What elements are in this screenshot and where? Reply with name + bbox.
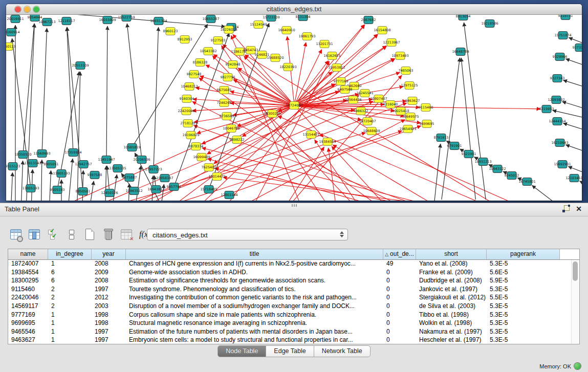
graph-node[interactable]: 9827750: [221, 74, 235, 81]
table-row[interactable]: 1872400712008Changes of HCN gene express…: [8, 259, 579, 268]
scrollbar-thumb[interactable]: [573, 261, 578, 281]
graph-node[interactable]: 12118117: [58, 17, 75, 25]
graph-node[interactable]: 12450126: [101, 189, 118, 197]
float-panel-icon[interactable]: [562, 205, 570, 212]
graph-node[interactable]: 8186328: [193, 59, 208, 67]
graph-node[interactable]: 10943512: [125, 187, 142, 195]
graph-node[interactable]: 9736585: [220, 113, 234, 120]
graph-node[interactable]: 10655287: [202, 15, 219, 23]
graph-node[interactable]: 13505135: [109, 165, 126, 172]
graph-node[interactable]: 13905193: [53, 170, 70, 178]
graph-node[interactable]: 7485063: [399, 67, 413, 75]
graph-node[interactable]: 9315123: [6, 163, 20, 170]
rows-icon[interactable]: [64, 227, 78, 242]
graph-node[interactable]: 12803144: [221, 191, 237, 199]
graph-node[interactable]: 20016911: [7, 15, 24, 23]
graph-node[interactable]: 20513109: [72, 62, 89, 70]
graph-node[interactable]: 9273146: [573, 44, 582, 52]
graph-node[interactable]: 10046780: [223, 125, 239, 133]
graph-node[interactable]: 12103451: [565, 174, 582, 182]
graph-node[interactable]: 19654923: [399, 125, 416, 133]
graph-node[interactable]: 19861793: [298, 33, 315, 40]
graph-node[interactable]: 19384554: [319, 138, 336, 146]
graph-node[interactable]: 15723109: [263, 15, 279, 21]
graph-node[interactable]: 9160304: [180, 95, 194, 103]
graph-node[interactable]: 16648784: [452, 48, 469, 56]
panel-resize-grip[interactable]: [292, 204, 297, 207]
graph-node[interactable]: 8878334: [189, 143, 204, 150]
table-row[interactable]: 1830029562008Estimation of significance …: [8, 276, 579, 285]
column-header-name[interactable]: name: [8, 249, 48, 259]
graph-node[interactable]: 12213967: [383, 39, 400, 47]
table-row[interactable]: 2242004622012Investigating the contribut…: [8, 293, 579, 302]
graph-node[interactable]: 15720407: [359, 118, 376, 125]
graph-node[interactable]: 16162615: [323, 52, 340, 60]
tab-network-table[interactable]: Network Table: [314, 345, 371, 357]
table-row[interactable]: 946554611997Estimation of the future num…: [8, 327, 579, 336]
graph-node[interactable]: 8675685: [217, 86, 232, 94]
graph-node[interactable]: 20206536: [133, 156, 150, 164]
graph-node[interactable]: 9329966: [553, 53, 568, 61]
graph-node[interactable]: 15522759: [118, 15, 135, 21]
network-graph-svg[interactable]: 2001691190549441096721312118117160338091…: [6, 15, 582, 201]
column-header-short[interactable]: short: [416, 249, 487, 259]
graph-node[interactable]: 9505193: [50, 186, 65, 194]
graph-node[interactable]: 8960123: [163, 28, 178, 35]
graph-node[interactable]: 19196829: [182, 132, 199, 139]
graph-node[interactable]: 16943812: [147, 186, 164, 193]
graph-node[interactable]: 8912953: [178, 36, 192, 43]
graph-node[interactable]: 10468213: [181, 83, 198, 91]
table-selector-dropdown[interactable]: citations_edges.txt: [147, 229, 348, 240]
graph-node[interactable]: 9160123: [6, 43, 15, 51]
graph-node[interactable]: 11451947: [98, 156, 115, 164]
network-window-titlebar[interactable]: citations_edges.txt: [6, 4, 582, 15]
graph-node[interactable]: 19958187: [156, 174, 173, 182]
graph-node[interactable]: 9242848: [226, 61, 241, 69]
graph-node[interactable]: 13913141: [24, 160, 41, 167]
table-row[interactable]: 946362711997Embryonic stem cells: a mode…: [8, 336, 579, 344]
graph-node[interactable]: 10688609: [363, 127, 380, 135]
table-row[interactable]: 911546021997Tourette syndrome. Phenomeno…: [8, 285, 579, 294]
table-vertical-scrollbar[interactable]: [571, 260, 579, 343]
column-header-year[interactable]: year: [92, 249, 126, 259]
graph-node[interactable]: 8905051: [44, 161, 59, 168]
graph-node[interactable]: 9227343: [550, 75, 565, 82]
graph-node[interactable]: 7246266: [217, 99, 232, 107]
graph-node[interactable]: 15692931: [554, 161, 571, 168]
graph-node[interactable]: 18220393: [279, 63, 296, 71]
graph-node[interactable]: 15751074: [554, 32, 571, 39]
graph-node[interactable]: 16640910: [278, 27, 295, 34]
graph-node[interactable]: 8215953: [539, 105, 554, 113]
table-row[interactable]: 969969511998Structural magnetic resonanc…: [8, 319, 579, 327]
graph-node[interactable]: 16154808: [374, 27, 390, 34]
tab-edge-table[interactable]: Edge Table: [266, 345, 314, 357]
graph-node[interactable]: 13201731: [316, 40, 333, 48]
table-row[interactable]: 1938455462009Genome-wide association stu…: [8, 268, 579, 277]
graph-node[interactable]: 9827548: [187, 71, 202, 78]
graph-node[interactable]: 12942757: [75, 161, 92, 168]
graph-node[interactable]: 10585819: [123, 144, 140, 151]
graph-node[interactable]: 15953812: [328, 64, 345, 72]
delete-rows-icon[interactable]: [101, 227, 115, 242]
graph-node[interactable]: 20564436: [344, 96, 361, 104]
graph-node[interactable]: 20160914: [6, 29, 20, 36]
close-panel-icon[interactable]: ✕: [576, 205, 582, 212]
graph-node[interactable]: 9375887: [122, 174, 137, 182]
graph-node[interactable]: 7625402: [202, 164, 216, 171]
memory-status-icon[interactable]: [574, 363, 581, 369]
graph-node[interactable]: 8813054: [456, 15, 471, 20]
graph-node[interactable]: 12975125: [401, 82, 418, 90]
graph-node[interactable]: 17957223: [145, 166, 162, 173]
graph-node[interactable]: 12093832: [548, 96, 564, 104]
graph-node[interactable]: 11568693: [33, 150, 50, 158]
graph-node[interactable]: 18931304: [150, 17, 167, 25]
graph-node[interactable]: 2718120: [181, 120, 195, 127]
graph-node[interactable]: 6791901: [447, 142, 462, 150]
graph-node[interactable]: 16099489: [193, 154, 210, 161]
graph-node[interactable]: 8131304: [296, 15, 311, 21]
new-table-icon[interactable]: [83, 227, 97, 242]
select-columns-icon[interactable]: [28, 227, 41, 242]
graph-node[interactable]: 15124549: [250, 21, 267, 29]
table-row[interactable]: 977716911998Corpus callosum shape and si…: [8, 311, 579, 319]
table-settings-icon[interactable]: [9, 227, 23, 242]
